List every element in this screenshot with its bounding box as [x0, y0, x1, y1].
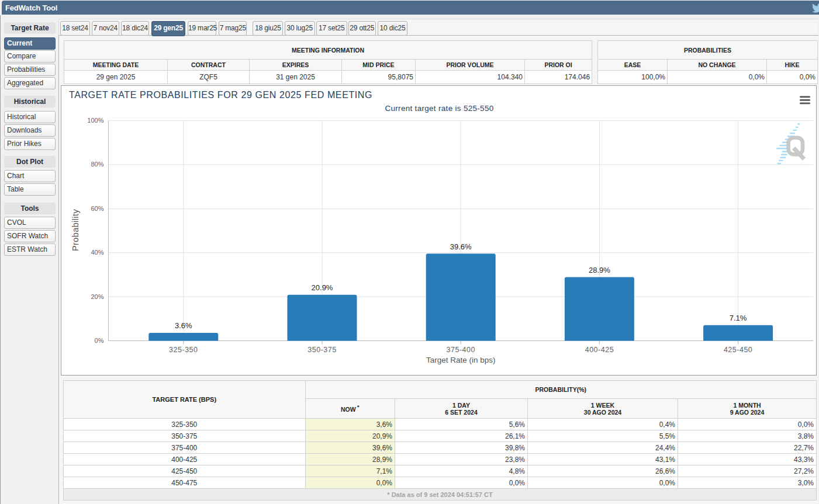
svg-text:Current target rate is 525-550: Current target rate is 525-550: [385, 104, 493, 113]
svg-text:20.9%: 20.9%: [312, 283, 333, 292]
svg-text:425-450: 425-450: [724, 346, 752, 354]
svg-text:TARGET RATE PROBABILITIES FOR: TARGET RATE PROBABILITIES FOR 29 GEN 202…: [69, 90, 372, 100]
svg-text:39.6%: 39.6%: [450, 242, 472, 251]
svg-text:3.6%: 3.6%: [175, 321, 192, 330]
svg-text:325-350: 325-350: [169, 346, 198, 354]
svg-text:Probability: Probability: [71, 209, 80, 251]
svg-text:375-400: 375-400: [447, 346, 475, 354]
svg-text:20%: 20%: [91, 293, 103, 300]
svg-text:0%: 0%: [95, 337, 104, 344]
svg-text:400-425: 400-425: [585, 346, 614, 354]
svg-text:60%: 60%: [91, 205, 103, 212]
svg-text:Target Rate (in bps): Target Rate (in bps): [426, 356, 496, 364]
svg-text:28.9%: 28.9%: [589, 266, 610, 274]
svg-text:7.1%: 7.1%: [730, 314, 747, 322]
svg-text:100%: 100%: [87, 117, 103, 124]
svg-text:80%: 80%: [91, 161, 103, 168]
svg-text:40%: 40%: [91, 249, 103, 256]
svg-text:350-375: 350-375: [307, 346, 336, 354]
